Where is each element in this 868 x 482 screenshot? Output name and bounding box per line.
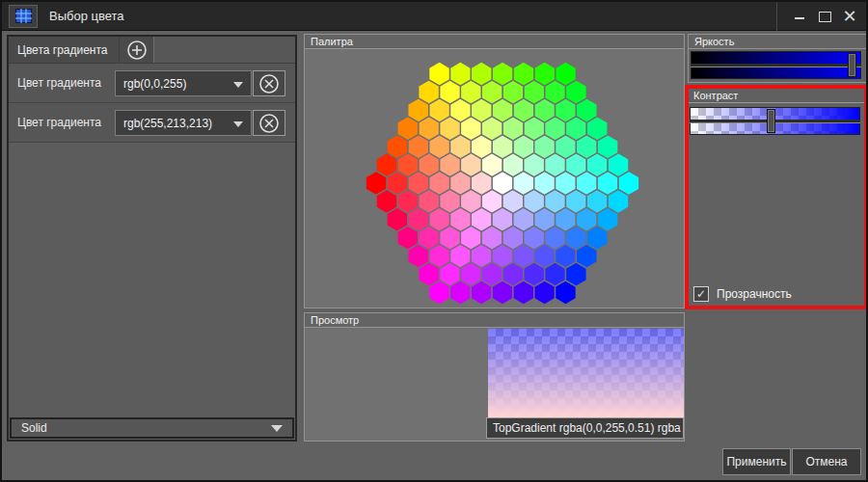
window-title: Выбор цвета: [49, 9, 124, 23]
hex-palette[interactable]: [305, 49, 684, 308]
gradient-preview-overlay: [488, 329, 684, 417]
remove-gradient-color-button-2[interactable]: [253, 110, 285, 136]
titlebar: Выбор цвета ✕: [2, 2, 866, 31]
close-button[interactable]: ✕: [837, 4, 862, 29]
brightness-slider-track: [691, 64, 861, 67]
add-gradient-color-button[interactable]: [120, 37, 154, 63]
gradient-color-row-label: Цвет градиента: [17, 103, 101, 142]
cancel-button[interactable]: Отмена: [792, 448, 861, 475]
gradient-color-combo-2[interactable]: rgb(255,213,213): [115, 110, 252, 136]
plus-circle-icon: [126, 40, 148, 61]
preview-panel-title: Просмотр: [305, 313, 684, 328]
x-circle-icon: [258, 73, 280, 94]
apply-button-label: Применить: [726, 455, 786, 469]
brightness-slider[interactable]: [691, 51, 861, 79]
chevron-down-icon: [233, 121, 243, 127]
gradient-color-row-label: Цвет градиента: [17, 64, 101, 102]
gradient-colors-panel: Цвета градиента Цвет градиента rgb(0,0,2…: [7, 35, 297, 442]
brightness-group: Яркость: [688, 34, 867, 83]
remove-gradient-color-button-1[interactable]: [253, 70, 285, 96]
contrast-slider-thumb[interactable]: [767, 109, 775, 133]
palette-panel: Палитра: [304, 34, 685, 308]
gradient-color-row: Цвет градиента rgb(255,213,213): [9, 103, 295, 143]
chevron-down-icon: [233, 82, 243, 88]
brightness-slider-thumb[interactable]: [848, 53, 856, 77]
minimize-button[interactable]: [787, 4, 812, 29]
gradient-colors-label: Цвета градиента: [17, 43, 108, 57]
gradient-color-value-2: rgb(255,213,213): [123, 117, 212, 130]
cancel-button-label: Отмена: [805, 455, 847, 469]
gradient-type-dropdown[interactable]: Solid: [10, 417, 294, 439]
contrast-group-highlight: Контраст ✓ Прозрачность: [685, 85, 868, 309]
gradient-color-row: Цвет градиента rgb(0,0,255): [9, 64, 295, 103]
brightness-label: Яркость: [689, 35, 866, 49]
apply-button[interactable]: Применить: [722, 448, 791, 475]
gradient-preview-tooltip-text: TopGradient rgba(0,0,255,0.51) rgba: [493, 421, 681, 435]
gradient-preview: [488, 329, 684, 417]
gradient-color-combo-1[interactable]: rgb(0,0,255): [115, 70, 252, 96]
gradient-colors-header: Цвета градиента: [9, 37, 295, 64]
transparency-row: ✓ Прозрачность: [693, 286, 792, 302]
palette-panel-title: Палитра: [305, 35, 684, 49]
gradient-color-value-1: rgb(0,0,255): [123, 77, 186, 91]
app-icon-box: [9, 5, 38, 28]
color-picker-dialog: Выбор цвета ✕ Цвета градиента: [0, 0, 868, 482]
grid-palette-icon: [15, 9, 32, 23]
contrast-label: Контраст: [689, 89, 864, 103]
contrast-slider[interactable]: [690, 107, 860, 135]
chevron-down-icon: [271, 425, 283, 432]
preview-panel: Просмотр TopGradient rgba(0,0,255,0.51) …: [304, 312, 685, 442]
transparency-checkbox[interactable]: ✓: [693, 286, 709, 302]
gradient-colors-tab[interactable]: Цвета градиента: [9, 37, 120, 63]
gradient-preview-tooltip: TopGradient rgba(0,0,255,0.51) rgba: [486, 417, 684, 439]
x-circle-icon: [258, 113, 280, 134]
gradient-type-value: Solid: [21, 421, 47, 435]
maximize-button[interactable]: [812, 4, 837, 29]
window-controls: ✕: [776, 2, 862, 31]
transparency-label: Прозрачность: [717, 287, 792, 301]
check-icon: ✓: [696, 287, 706, 301]
